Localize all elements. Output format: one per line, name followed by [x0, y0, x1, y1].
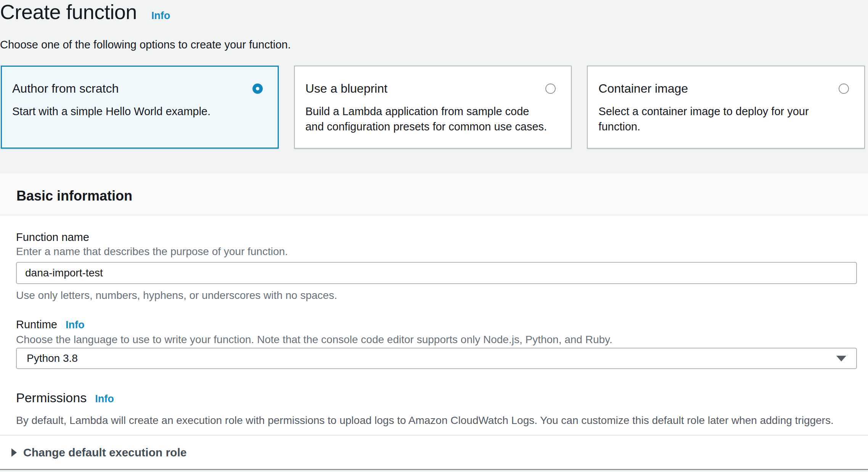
- runtime-info-link[interactable]: Info: [66, 319, 84, 331]
- runtime-label: Runtime: [16, 319, 57, 330]
- runtime-description: Choose the language to use to write your…: [16, 334, 857, 345]
- title-row: Create function Info: [0, 1, 868, 23]
- caret-down-icon: [836, 356, 846, 361]
- permissions-description: By default, Lambda will create an execut…: [16, 415, 857, 426]
- option-card-description: Start with a simple Hello World example.: [12, 104, 256, 119]
- permissions-info-link[interactable]: Info: [95, 393, 114, 405]
- option-card-title: Author from scratch: [12, 82, 119, 95]
- option-card-title: Container image: [598, 82, 688, 95]
- change-default-execution-role-expander[interactable]: Change default execution role: [0, 435, 868, 469]
- option-card-container-image[interactable]: Container image Select a container image…: [587, 66, 865, 149]
- runtime-field-group: Runtime Info Choose the language to use …: [16, 319, 857, 369]
- create-function-info-link[interactable]: Info: [151, 10, 170, 22]
- function-name-input[interactable]: [16, 262, 857, 284]
- basic-information-heading: Basic information: [16, 189, 868, 203]
- page-title: Create function: [0, 1, 137, 23]
- permissions-section: Permissions Info By default, Lambda will…: [16, 390, 857, 426]
- basic-information-panel: Basic information Function name Enter a …: [0, 173, 868, 470]
- option-card-description: Select a container image to deploy for y…: [598, 104, 842, 134]
- caret-right-icon: [11, 448, 17, 457]
- option-card-author-from-scratch[interactable]: Author from scratch Start with a simple …: [1, 66, 279, 149]
- radio-use-a-blueprint[interactable]: [545, 83, 556, 94]
- creation-option-cards: Author from scratch Start with a simple …: [1, 66, 865, 149]
- runtime-selected-value: Python 3.8: [27, 352, 78, 364]
- option-card-use-a-blueprint[interactable]: Use a blueprint Build a Lambda applicati…: [294, 66, 572, 149]
- radio-container-image[interactable]: [839, 83, 849, 94]
- permissions-heading: Permissions: [16, 390, 87, 405]
- function-name-label: Function name: [16, 231, 857, 243]
- basic-information-header: Basic information: [0, 173, 868, 215]
- page-subtitle: Choose one of the following options to c…: [0, 39, 868, 50]
- function-name-constraint: Use only letters, numbers, hyphens, or u…: [16, 290, 857, 301]
- option-card-description: Build a Lambda application from sample c…: [305, 104, 550, 134]
- function-name-description: Enter a name that describes the purpose …: [16, 246, 857, 257]
- option-card-title: Use a blueprint: [305, 82, 387, 95]
- radio-author-from-scratch[interactable]: [252, 83, 263, 94]
- runtime-select[interactable]: Python 3.8: [16, 348, 857, 369]
- section-bottom-divider: [0, 469, 868, 470]
- change-default-execution-role-label: Change default execution role: [23, 446, 186, 459]
- create-function-header: Create function Info Choose one of the f…: [0, 0, 868, 149]
- function-name-field-group: Function name Enter a name that describe…: [16, 231, 857, 301]
